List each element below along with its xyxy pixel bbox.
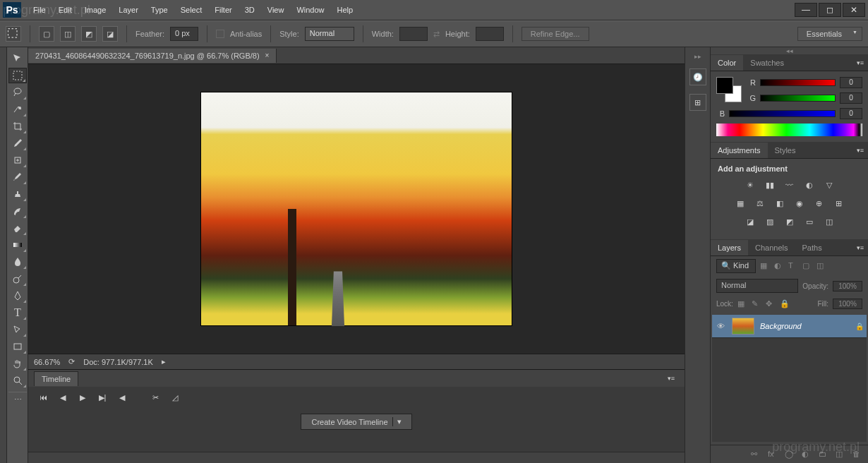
r-value[interactable]: 0: [840, 77, 862, 88]
properties-panel-icon[interactable]: ⊞: [689, 94, 706, 111]
zoom-level[interactable]: 66.67%: [34, 358, 60, 366]
path-selection-tool[interactable]: [8, 322, 27, 337]
g-slider[interactable]: [760, 95, 836, 102]
menu-edit[interactable]: Edit: [52, 2, 78, 18]
threshold-icon[interactable]: ◩: [783, 215, 796, 228]
photo-filter-icon[interactable]: ◉: [793, 197, 806, 210]
crop-tool[interactable]: [8, 119, 27, 134]
layer-row[interactable]: 👁 Background 🔒: [712, 315, 867, 338]
new-fill-icon[interactable]: ◐: [802, 450, 812, 459]
opacity-value[interactable]: 100%: [833, 281, 862, 291]
type-tool[interactable]: T: [8, 305, 27, 320]
eyedropper-tool[interactable]: [8, 136, 27, 151]
levels-icon[interactable]: ▮▮: [764, 179, 776, 191]
channels-tab[interactable]: Channels: [748, 240, 795, 255]
minimize-button[interactable]: —: [795, 3, 817, 17]
play-icon[interactable]: ▶: [76, 391, 89, 404]
quick-selection-tool[interactable]: [8, 102, 27, 117]
blur-tool[interactable]: [8, 254, 27, 270]
invert-icon[interactable]: ◪: [744, 215, 757, 228]
color-tab[interactable]: Color: [711, 55, 743, 71]
menu-filter[interactable]: Filter: [208, 2, 238, 18]
filter-adjust-icon[interactable]: ◐: [774, 261, 784, 271]
filter-pixel-icon[interactable]: ▦: [760, 261, 770, 271]
lock-position-icon[interactable]: ✥: [766, 299, 776, 309]
visibility-icon[interactable]: 👁: [715, 322, 726, 330]
styles-tab[interactable]: Styles: [768, 143, 803, 158]
new-selection-icon[interactable]: ▢: [39, 26, 54, 42]
move-tool[interactable]: [8, 51, 27, 66]
link-layers-icon[interactable]: ⚯: [751, 450, 761, 459]
dodge-tool[interactable]: [8, 271, 27, 287]
selective-color-icon[interactable]: ◫: [823, 215, 836, 228]
timeline-tab[interactable]: Timeline: [34, 371, 78, 386]
channel-mixer-icon[interactable]: ⊕: [813, 197, 826, 210]
last-frame-icon[interactable]: ◀: [116, 391, 128, 404]
lock-pixels-icon[interactable]: ✎: [752, 299, 761, 309]
filter-smart-icon[interactable]: ◫: [816, 261, 826, 271]
close-tab-icon[interactable]: ×: [265, 52, 270, 59]
menu-layer[interactable]: Layer: [112, 2, 145, 18]
b-value[interactable]: 0: [840, 108, 862, 119]
maximize-button[interactable]: ◻: [819, 3, 841, 17]
gradient-map-icon[interactable]: ▭: [803, 215, 816, 228]
style-select[interactable]: Normal: [305, 27, 354, 41]
menu-view[interactable]: View: [261, 2, 291, 18]
layers-tab[interactable]: Layers: [711, 240, 748, 255]
layers-menu-icon[interactable]: ▾≡: [852, 244, 868, 251]
menu-window[interactable]: Window: [290, 2, 330, 18]
transition-icon[interactable]: ◿: [169, 391, 181, 404]
brightness-icon[interactable]: ☀: [744, 179, 757, 191]
posterize-icon[interactable]: ▨: [764, 215, 776, 228]
timeline-scrollbar[interactable]: [28, 452, 685, 463]
menu-file[interactable]: File: [27, 2, 52, 18]
layer-mask-icon[interactable]: ◯: [785, 450, 795, 459]
filter-kind-select[interactable]: 🔍 Kind: [716, 259, 756, 273]
timeline-menu-icon[interactable]: ▾≡: [663, 375, 679, 382]
doc-info[interactable]: Doc: 977.1K/977.1K: [83, 358, 152, 366]
new-group-icon[interactable]: 🗀: [819, 450, 828, 459]
first-frame-icon[interactable]: ⏮: [37, 391, 49, 404]
color-panel-menu-icon[interactable]: ▾≡: [852, 59, 868, 66]
color-lookup-icon[interactable]: ⊞: [833, 197, 845, 210]
create-timeline-dropdown-icon[interactable]: ▾: [392, 417, 402, 426]
g-value[interactable]: 0: [840, 92, 862, 104]
lock-transparency-icon[interactable]: ▦: [737, 299, 747, 309]
adjustments-menu-icon[interactable]: ▾≡: [852, 147, 868, 154]
curves-icon[interactable]: 〰: [783, 179, 796, 191]
edit-toolbar[interactable]: ⋯: [8, 392, 27, 407]
new-layer-icon[interactable]: ◫: [836, 450, 845, 459]
zoom-tool[interactable]: [8, 373, 27, 388]
filter-shape-icon[interactable]: ▢: [802, 261, 812, 271]
workspace-switcher[interactable]: Essentials: [797, 27, 862, 41]
history-panel-icon[interactable]: 🕗: [689, 68, 706, 85]
layer-style-icon[interactable]: fx: [768, 450, 778, 459]
paths-tab[interactable]: Paths: [795, 240, 829, 255]
healing-brush-tool[interactable]: [8, 152, 27, 168]
b-slider[interactable]: [729, 110, 836, 117]
rectangle-tool[interactable]: [8, 339, 27, 354]
swatches-tab[interactable]: Swatches: [743, 55, 791, 71]
next-frame-icon[interactable]: ▶|: [96, 391, 109, 404]
layer-thumbnail[interactable]: [732, 318, 754, 335]
doc-info-flyout-icon[interactable]: ▸: [162, 357, 166, 366]
menu-help[interactable]: Help: [331, 2, 360, 18]
vibrance-icon[interactable]: ▽: [823, 179, 836, 191]
foreground-color[interactable]: [716, 77, 733, 94]
brush-tool[interactable]: [8, 169, 27, 185]
gradient-tool[interactable]: [8, 237, 27, 253]
history-brush-tool[interactable]: [8, 203, 27, 219]
adjustments-tab[interactable]: Adjustments: [711, 143, 768, 158]
color-balance-icon[interactable]: ⚖: [754, 197, 766, 210]
intersect-selection-icon[interactable]: ◪: [102, 26, 118, 42]
add-selection-icon[interactable]: ◫: [60, 26, 76, 42]
bw-icon[interactable]: ◧: [773, 197, 786, 210]
filter-type-icon[interactable]: T: [788, 261, 798, 271]
hue-icon[interactable]: ▦: [734, 197, 747, 210]
scissors-icon[interactable]: ✂: [149, 391, 162, 404]
subtract-selection-icon[interactable]: ◩: [81, 26, 97, 42]
menu-image[interactable]: Image: [78, 2, 113, 18]
feather-input[interactable]: 0 px: [170, 27, 198, 41]
tool-preset-icon[interactable]: [6, 26, 21, 42]
prev-frame-icon[interactable]: ◀: [56, 391, 69, 404]
